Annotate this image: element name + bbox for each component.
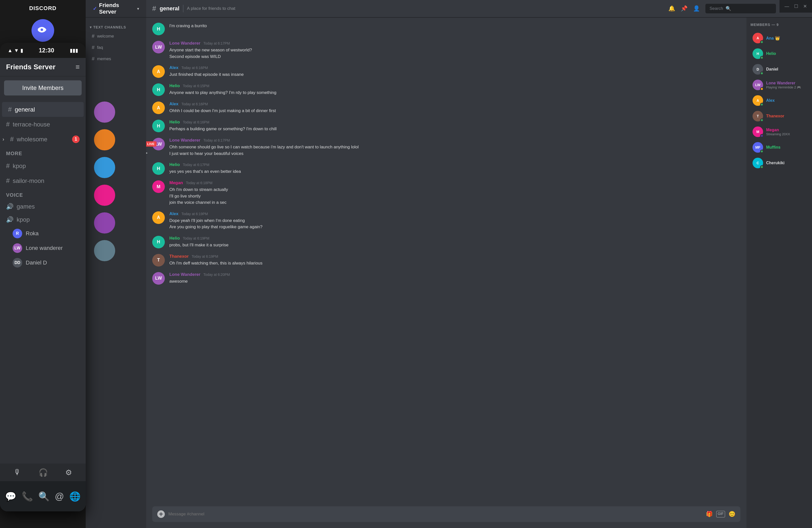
input-icons: 🎁 GIF 😊 — [706, 511, 735, 517]
mobile-nav-search[interactable]: 🔍 — [38, 491, 50, 502]
avatar: A — [753, 33, 763, 43]
member-name: Muffins — [766, 145, 781, 150]
search-placeholder: Search — [709, 6, 723, 11]
discord-logo: DISCORD — [29, 5, 56, 12]
member-alex[interactable]: A Alex — [751, 93, 808, 108]
hash-icon: # — [8, 105, 12, 113]
message-content: Thanexor Today at 6:19PM Oh I'm deff wat… — [169, 254, 740, 266]
message-text: join the voice channel in a sec — [169, 199, 740, 206]
mobile-status-bar: ▲ ▼ ▮ 12:30 ▮▮▮ — [0, 43, 86, 58]
avatar-stack-2 — [93, 129, 116, 151]
message-text: probs, but I'll make it a surprise — [169, 242, 740, 248]
server-header: ✓ Friends Server ▾ — [86, 0, 146, 18]
member-info: Helio — [766, 52, 776, 56]
message-input-box: + 🎁 GIF 😊 — [152, 506, 740, 522]
mobile-channel-kpop[interactable]: # kpop — [0, 159, 86, 173]
mobile-bottom-nav: 💬 📞 🔍 @ 🌐 — [0, 481, 86, 511]
pin-icon[interactable]: 📌 — [681, 5, 687, 12]
text-channels-label: TEXT CHANNELS — [93, 25, 126, 29]
verified-badge: ✓ — [93, 5, 97, 12]
search-bar[interactable]: Search 🔍 — [706, 4, 776, 13]
members-list: MEMBERS — 9 A Ana 👑 H — [746, 18, 812, 528]
message-text: yes yes yes that's an even better idea — [169, 168, 740, 175]
message-author: Lone Wanderer — [169, 138, 200, 143]
channel-name: memes — [97, 56, 111, 61]
speaker-icon: 🔊 — [6, 203, 14, 210]
avatar: H — [152, 83, 165, 96]
minimize-button[interactable]: — — [784, 4, 789, 9]
channel-welcome[interactable]: # welcome — [88, 31, 144, 42]
member-muffins[interactable]: MF Muffins — [751, 140, 808, 155]
server-name[interactable]: ✓ Friends Server — [93, 2, 137, 15]
mobile-channel-sailormoon[interactable]: # sailor-moon — [0, 173, 86, 188]
hash-icon: # — [10, 135, 14, 143]
mobile-invite-button[interactable]: Invite Members — [4, 80, 82, 96]
mobile-channel-wholesome[interactable]: › # wholesome 1 — [0, 132, 86, 147]
message-text: Ohh someone should go live so I can watc… — [169, 144, 740, 150]
avatar: M — [152, 180, 165, 193]
member-info: Thanexor — [766, 114, 784, 118]
member-name: Thanexor — [766, 114, 784, 118]
mobile-nav-chat[interactable]: 💬 — [5, 491, 16, 502]
notification-bell-icon[interactable]: 🔔 — [668, 5, 675, 12]
mobile-channel-terrace[interactable]: # terrace-house — [0, 117, 86, 132]
message-item: A Alex Today at 6:19PM Dope yeah I'll jo… — [152, 211, 740, 230]
unread-badge: 1 — [72, 135, 79, 143]
member-megan[interactable]: M Megan Streaming 20XX — [751, 124, 808, 139]
mobile-channel-general[interactable]: # general — [2, 102, 84, 117]
close-button[interactable]: ✕ — [803, 3, 807, 9]
avatar: T — [753, 111, 763, 121]
member-daniel[interactable]: D Daniel — [751, 62, 808, 77]
channel-name: faq — [97, 45, 103, 50]
voice-channel-name: games — [17, 203, 35, 210]
member-lonewanderer[interactable]: LW Lone Wanderer Playing Vermintide 2 🎮 — [751, 77, 808, 92]
message-timestamp: Today at 6:15PM — [183, 84, 209, 88]
message-input[interactable] — [168, 512, 702, 517]
svg-point-0 — [41, 28, 43, 31]
message-header: Lone Wanderer Today at 6:20PM — [169, 272, 740, 277]
hash-icon: # — [92, 56, 95, 62]
status-dot — [760, 40, 764, 44]
gif-icon[interactable]: GIF — [716, 511, 725, 517]
maximize-button[interactable]: ☐ — [794, 3, 798, 9]
channel-faq[interactable]: # faq — [88, 42, 144, 53]
message-item: H Helio Today at 6:15PM Anyone want to p… — [152, 83, 740, 96]
member-thanexor[interactable]: T Thanexor — [751, 109, 808, 123]
member-name: Lone Wanderer — [766, 81, 801, 85]
text-channels-header[interactable]: ▾ TEXT CHANNELS — [86, 22, 146, 30]
channel-hash-icon: # — [152, 4, 156, 13]
emoji-icon[interactable]: 😊 — [728, 511, 735, 517]
message-text: Just finished that episode it was insane — [169, 71, 740, 78]
message-content: Helio Today at 6:15PM Anyone want to pla… — [169, 83, 740, 96]
message-item: T Thanexor Today at 6:19PM Oh I'm deff w… — [152, 254, 740, 266]
gift-icon[interactable]: 🎁 — [706, 511, 713, 517]
mobile-more-section: MORE — [0, 147, 86, 159]
mic-icon[interactable]: 🎙 — [14, 468, 21, 476]
headphone-icon[interactable]: 🎧 — [39, 468, 48, 477]
member-name: Ana 👑 — [766, 36, 780, 41]
server-icon-home[interactable] — [31, 19, 54, 42]
channel-memes[interactable]: # memes — [88, 54, 144, 64]
mobile-nav-mention[interactable]: @ — [55, 491, 64, 502]
message-author: Helio — [169, 120, 180, 125]
mobile-voice-kpop[interactable]: 🔊 kpop — [0, 213, 86, 226]
settings-icon[interactable]: ⚙ — [65, 468, 72, 477]
mobile-nav-call[interactable]: 📞 — [22, 491, 33, 502]
message-text: Oh I'm down to stream actually — [169, 187, 740, 193]
channel-description: A place for friends to chat — [187, 6, 235, 11]
server-dropdown-icon[interactable]: ▾ — [137, 6, 139, 11]
members-icon[interactable]: 👤 — [693, 5, 700, 12]
mobile-nav-globe[interactable]: 🌐 — [69, 491, 81, 502]
message-author: Megan — [169, 180, 183, 186]
status-dot — [760, 103, 764, 106]
mobile-voice-section: VOICE — [0, 188, 86, 200]
mobile-voice-games[interactable]: 🔊 games — [0, 200, 86, 213]
add-file-button[interactable]: + — [157, 510, 165, 518]
voice-channel-name: kpop — [17, 216, 30, 223]
status-dot — [760, 150, 764, 153]
member-cherukiki[interactable]: C Cherukiki — [751, 156, 808, 170]
message-header: Helio Today at 6:17PM — [169, 162, 740, 167]
mobile-channel-name: general — [15, 106, 35, 113]
member-helio[interactable]: H Helio — [751, 46, 808, 61]
member-ana[interactable]: A Ana 👑 — [751, 31, 808, 45]
